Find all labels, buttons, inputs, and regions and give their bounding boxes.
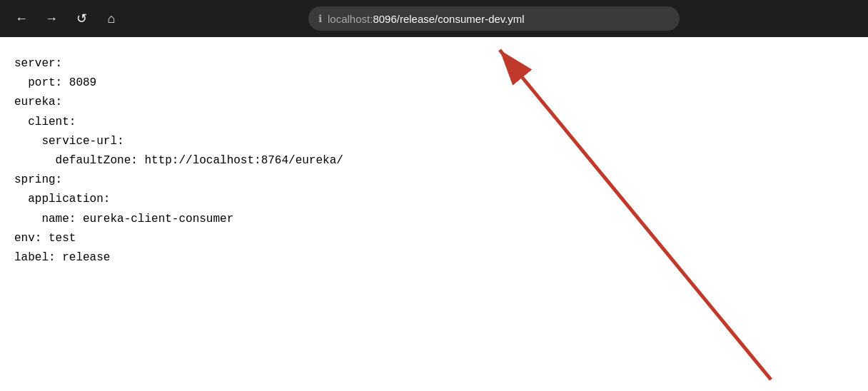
reload-button[interactable]: ↺ — [71, 9, 91, 29]
url-protocol: localhost: — [328, 13, 373, 25]
home-icon: ⌂ — [108, 11, 116, 26]
forward-icon: → — [45, 11, 58, 26]
back-icon: ← — [15, 11, 28, 26]
url-text: localhost:8096/release/consumer-dev.yml — [328, 13, 525, 25]
yaml-text: server: port: 8089 eureka: client: servi… — [14, 54, 854, 268]
back-button[interactable]: ← — [11, 9, 31, 29]
url-path: 8096/release/consumer-dev.yml — [373, 13, 524, 25]
page-content: server: port: 8089 eureka: client: servi… — [0, 37, 868, 391]
address-bar[interactable]: ℹ localhost:8096/release/consumer-dev.ym… — [308, 6, 680, 31]
address-bar-wrapper: ℹ localhost:8096/release/consumer-dev.ym… — [131, 6, 857, 31]
forward-button[interactable]: → — [41, 9, 61, 29]
reload-icon: ↺ — [76, 11, 87, 26]
home-button[interactable]: ⌂ — [101, 9, 121, 29]
info-icon: ℹ — [318, 13, 322, 24]
browser-chrome: ← → ↺ ⌂ ℹ localhost:8096/release/consume… — [0, 0, 868, 37]
